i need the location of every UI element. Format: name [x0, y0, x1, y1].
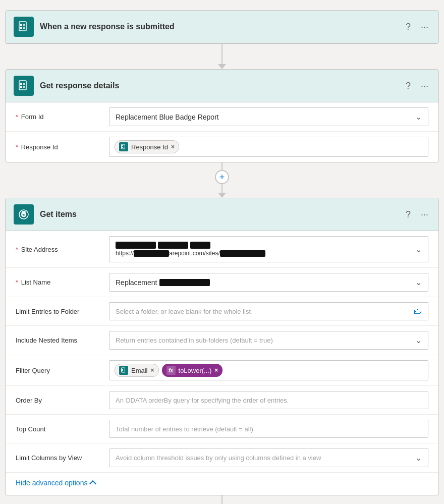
- get-response-body: * Form Id Replacement Blue Badge Report …: [6, 102, 438, 162]
- form-id-value: Replacement Blue Badge Report: [116, 113, 219, 121]
- svg-rect-0: [19, 22, 26, 31]
- svg-rect-4: [20, 27, 22, 29]
- limit-columns-row: Limit Columns by View Avoid column thres…: [6, 443, 438, 473]
- get-response-menu-button[interactable]: ···: [419, 79, 430, 93]
- filter-fx-text: toLower(...): [179, 367, 212, 374]
- trigger-menu-button[interactable]: ···: [419, 20, 430, 34]
- limit-columns-dropdown[interactable]: Avoid column threshold issues by only us…: [109, 449, 428, 467]
- response-id-token: Response Id ×: [115, 140, 179, 153]
- filter-query-input[interactable]: Email × fx toLower(...) ×: [109, 360, 428, 380]
- filter-query-control: Email × fx toLower(...) ×: [109, 360, 428, 380]
- include-nested-arrow: ⌄: [415, 335, 422, 345]
- include-nested-control[interactable]: Return entries contained in sub-folders …: [109, 331, 428, 350]
- get-items-help-button[interactable]: ?: [404, 207, 413, 222]
- site-address-arrow: ⌄: [415, 245, 422, 254]
- filter-fx-token: fx toLower(...) ×: [162, 364, 223, 377]
- site-address-control[interactable]: https:// arepoint.com/sites/ ⌄: [109, 236, 428, 262]
- list-name-row: * List Name Replacement ⌄: [6, 268, 438, 297]
- limit-entries-control[interactable]: Select a folder, or leave blank for the …: [109, 302, 428, 320]
- connector-1: [218, 44, 226, 69]
- sharepoint-s-letter: S: [21, 210, 27, 219]
- list-name-label: * List Name: [16, 278, 109, 286]
- top-count-label: Top Count: [16, 425, 109, 433]
- form-id-row: * Form Id Replacement Blue Badge Report …: [6, 102, 438, 132]
- forms-icon-card2: [14, 76, 34, 96]
- include-nested-dropdown[interactable]: Return entries contained in sub-folders …: [109, 331, 428, 350]
- connector-2: +: [215, 162, 229, 198]
- response-id-input[interactable]: Response Id ×: [109, 137, 428, 157]
- site-redacted-url-2: [220, 250, 265, 257]
- site-sharepoint-text: arepoint.com/sites/: [169, 250, 220, 257]
- list-name-dropdown[interactable]: Replacement ⌄: [109, 273, 428, 292]
- connector-line-1: [221, 44, 223, 64]
- limit-columns-arrow: ⌄: [415, 453, 422, 463]
- limit-columns-placeholder: Avoid column threshold issues by only us…: [116, 454, 321, 462]
- filter-query-row: Filter Query Email: [6, 355, 438, 386]
- limit-entries-input[interactable]: Select a folder, or leave blank for the …: [109, 302, 428, 320]
- order-by-placeholder: An ODATA orderBy query for specifying th…: [116, 397, 289, 404]
- get-response-actions: ? ···: [404, 79, 430, 93]
- order-by-control[interactable]: An ODATA orderBy query for specifying th…: [109, 391, 428, 409]
- get-response-help-button[interactable]: ?: [404, 79, 413, 93]
- site-address-dropdown[interactable]: https:// arepoint.com/sites/ ⌄: [109, 236, 428, 262]
- top-count-placeholder: Total number of entries to retrieve (def…: [116, 425, 255, 433]
- list-name-control[interactable]: Replacement ⌄: [109, 273, 428, 292]
- limit-columns-control[interactable]: Avoid column threshold issues by only us…: [109, 449, 428, 467]
- response-id-token-text: Response Id: [131, 143, 168, 151]
- include-nested-row: Include Nested Items Return entries cont…: [6, 326, 438, 355]
- filter-fx-close[interactable]: ×: [214, 367, 218, 374]
- top-count-input[interactable]: Total number of entries to retrieve (def…: [109, 420, 428, 438]
- site-redacted-1: [116, 242, 156, 249]
- get-items-body: * Site Address https://: [6, 231, 438, 495]
- hide-advanced-link[interactable]: Hide advanced options: [6, 473, 438, 495]
- form-id-dropdown[interactable]: Replacement Blue Badge Report ⌄: [109, 107, 428, 126]
- include-nested-placeholder: Return entries contained in sub-folders …: [116, 337, 273, 344]
- site-redacted-3: [190, 242, 210, 249]
- site-line1-container: [116, 242, 265, 249]
- connector-2-line-top: [221, 162, 223, 170]
- response-id-label: * Response Id: [16, 143, 109, 151]
- trigger-card-actions: ? ···: [404, 20, 430, 34]
- limit-columns-label: Limit Columns by View: [16, 454, 109, 462]
- list-name-text: Replacement: [116, 278, 157, 287]
- fx-label: fx: [169, 368, 173, 373]
- svg-rect-15: [122, 145, 123, 146]
- site-redacted-2: [158, 242, 188, 249]
- get-items-actions: ? ···: [404, 207, 430, 222]
- response-id-control: Response Id ×: [109, 137, 428, 157]
- svg-rect-22: [122, 370, 123, 371]
- list-name-content: Replacement: [116, 278, 210, 287]
- trigger-help-button[interactable]: ?: [404, 20, 413, 34]
- trigger-card: When a new response is submitted ? ···: [5, 10, 439, 44]
- svg-rect-20: [122, 368, 125, 372]
- svg-rect-16: [122, 147, 123, 148]
- response-id-token-icon: [119, 142, 128, 151]
- svg-rect-21: [122, 369, 123, 370]
- response-id-row: * Response Id: [6, 132, 438, 162]
- limit-entries-row: Limit Entries to Folder Select a folder,…: [6, 297, 438, 326]
- top-count-row: Top Count Total number of entries to ret…: [6, 415, 438, 443]
- list-name-arrow: ⌄: [415, 277, 422, 287]
- order-by-label: Order By: [16, 397, 109, 404]
- top-count-control[interactable]: Total number of entries to retrieve (def…: [109, 420, 428, 438]
- list-name-redacted: [159, 279, 210, 286]
- add-step-button[interactable]: +: [215, 170, 229, 184]
- svg-rect-8: [20, 83, 22, 85]
- forms-svg-icon: [18, 21, 30, 33]
- get-items-menu-button[interactable]: ···: [419, 207, 430, 222]
- response-id-token-close[interactable]: ×: [171, 143, 175, 150]
- folder-icon: 🗁: [414, 307, 422, 316]
- filter-fx-token-icon: fx: [166, 366, 176, 375]
- sharepoint-icon-card3: S: [14, 204, 34, 225]
- bottom-connector: +: [215, 495, 229, 504]
- forms-icon-card1: [14, 17, 34, 37]
- order-by-input[interactable]: An ODATA orderBy query for specifying th…: [109, 391, 428, 409]
- get-items-header: S Get items ? ···: [6, 198, 438, 231]
- trigger-card-title: When a new response is submitted: [40, 22, 398, 31]
- hide-advanced-text: Hide advanced options: [16, 479, 87, 487]
- get-items-title: Get items: [40, 210, 398, 219]
- form-id-control[interactable]: Replacement Blue Badge Report ⌄: [109, 107, 428, 126]
- svg-rect-1: [20, 24, 22, 26]
- filter-email-close[interactable]: ×: [151, 367, 154, 374]
- order-by-row: Order By An ODATA orderBy query for spec…: [6, 386, 438, 415]
